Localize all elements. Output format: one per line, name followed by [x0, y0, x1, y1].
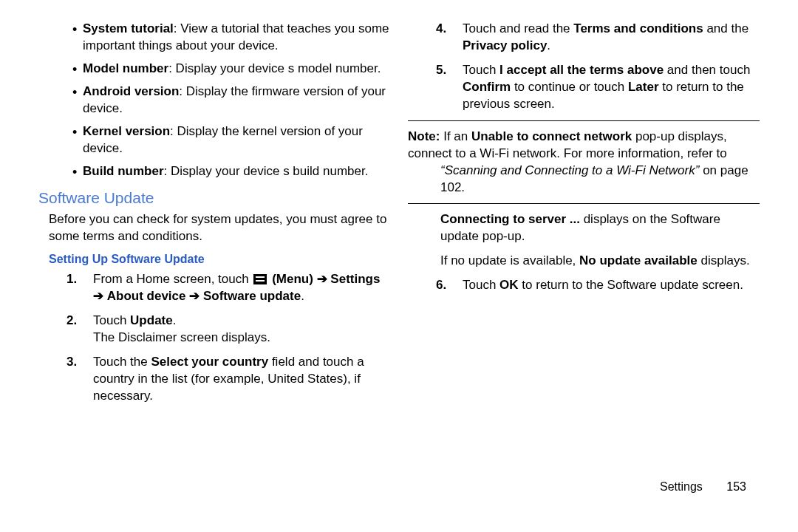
left-column: System tutorial: View a tutorial that te…	[30, 21, 399, 494]
setup-steps-right-2: 6. Touch OK to return to the Software up…	[408, 277, 760, 294]
page-footer: Settings 153	[660, 479, 746, 495]
setup-steps-left: 1. From a Home screen, touch (Menu) ➔ Se…	[38, 271, 390, 405]
step-3: 3. Touch the Select your country field a…	[83, 354, 390, 405]
divider-top	[408, 120, 760, 121]
no-update-paragraph: If no update is available, No update ava…	[440, 253, 760, 270]
divider-bottom	[408, 203, 760, 204]
step-2: 2. Touch Update. The Disclaimer screen d…	[83, 313, 390, 347]
footer-page-number: 153	[726, 480, 746, 493]
connecting-paragraph: Connecting to server ... displays on the…	[440, 211, 760, 245]
menu-icon	[253, 274, 267, 284]
heading-software-update: Software Update	[38, 188, 390, 208]
software-update-intro: Before you can check for system updates,…	[49, 211, 390, 245]
step-1: 1. From a Home screen, touch (Menu) ➔ Se…	[83, 271, 390, 305]
bullet-kernel-version: Kernel version: Display the kernel versi…	[72, 123, 390, 157]
step-5: 5. Touch I accept all the terms above an…	[452, 62, 760, 113]
subhead-setting-up: Setting Up Software Update	[49, 251, 390, 267]
note-block: Note: If an Unable to connect network po…	[408, 129, 760, 197]
bullet-system-tutorial: System tutorial: View a tutorial that te…	[72, 21, 390, 55]
bullet-model-number: Model number: Display your device s mode…	[72, 61, 390, 78]
step-4: 4. Touch and read the Terms and conditio…	[452, 21, 760, 55]
right-column: 4. Touch and read the Terms and conditio…	[399, 21, 768, 494]
note-body: “Scanning and Connecting to a Wi-Fi Netw…	[408, 163, 760, 197]
bullet-android-version: Android version: Display the firmware ve…	[72, 83, 390, 117]
setup-steps-right-1: 4. Touch and read the Terms and conditio…	[408, 21, 760, 113]
footer-section: Settings	[660, 480, 703, 493]
step-6: 6. Touch OK to return to the Software up…	[452, 277, 760, 294]
bullet-build-number: Build number: Display your device s buil…	[72, 163, 390, 180]
manual-page: System tutorial: View a tutorial that te…	[0, 0, 798, 494]
wifi-reference: “Scanning and Connecting to a Wi-Fi Netw…	[440, 163, 699, 177]
about-device-bullets: System tutorial: View a tutorial that te…	[38, 21, 390, 180]
note-label: Note:	[408, 129, 440, 143]
